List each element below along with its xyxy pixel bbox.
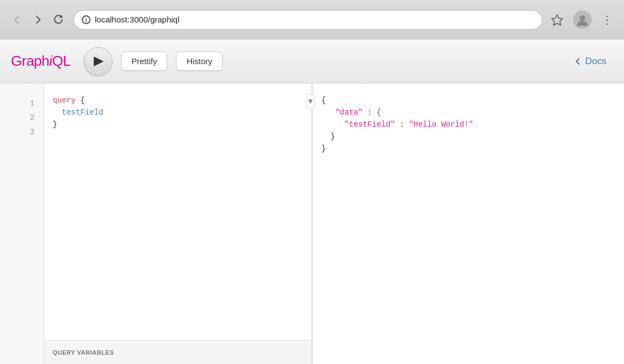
open-brace: { xyxy=(80,96,84,105)
history-button[interactable]: History xyxy=(176,52,223,71)
address-bar[interactable]: i localhost:3000/graphiql xyxy=(73,10,542,30)
docs-label: Docs xyxy=(585,56,606,67)
query-editor[interactable]: query { testField } QUERY VARIABLES xyxy=(44,83,312,364)
result-hello-world-value: "Hello World!" xyxy=(409,120,474,129)
result-line-5: } xyxy=(321,143,615,155)
result-inner-close: } xyxy=(321,132,335,141)
editor-footer: QUERY VARIABLES xyxy=(44,340,311,364)
result-colon-1: : { xyxy=(367,108,381,117)
result-colon-2: : xyxy=(400,120,409,129)
result-data-key: "data" xyxy=(335,108,362,117)
line-numbers: 1 2 3 xyxy=(0,83,43,139)
menu-button[interactable]: ⋮ xyxy=(599,11,615,29)
result-line-1: { xyxy=(321,94,615,106)
menu-dots-icon: ⋮ xyxy=(602,13,613,26)
result-open-brace: { xyxy=(321,96,326,105)
prettify-button[interactable]: Prettify xyxy=(121,52,168,71)
back-button[interactable] xyxy=(9,13,25,27)
graphiql-main: 1 2 3 query { testField } QUERY VAR xyxy=(0,83,624,364)
result-indent-2 xyxy=(321,120,340,129)
close-brace: } xyxy=(53,120,57,129)
line-number-3: 3 xyxy=(0,125,43,139)
browser-actions: ⋮ xyxy=(549,8,615,31)
query-variables-label: QUERY VARIABLES xyxy=(53,349,114,356)
result-outer-close: } xyxy=(321,144,326,153)
nav-buttons xyxy=(9,13,67,27)
execute-query-button[interactable] xyxy=(84,47,112,76)
collapse-arrow-icon[interactable]: ▼ xyxy=(313,94,315,109)
svg-point-1 xyxy=(580,15,585,21)
browser-chrome: i localhost:3000/graphiql ⋮ xyxy=(0,0,624,39)
result-indent-1 xyxy=(321,108,331,117)
field-name: testField xyxy=(53,108,103,117)
svg-marker-0 xyxy=(552,15,563,25)
graphiql-toolbar: GraphiQL Prettify History Docs xyxy=(0,39,624,83)
chevron-left-icon xyxy=(574,58,582,65)
code-line-1: query { xyxy=(53,94,303,106)
line-number-1: 1 xyxy=(0,96,43,111)
info-icon: i xyxy=(82,15,90,24)
editor-code-area[interactable]: query { testField } xyxy=(44,83,311,340)
keyword-query: query xyxy=(53,96,76,105)
logo-italic: i xyxy=(49,53,52,69)
line-number-2: 2 xyxy=(0,111,43,125)
account-button[interactable] xyxy=(571,8,594,31)
result-code-area: ▼ { "data" : { "testField" : "Hello Worl… xyxy=(313,83,624,364)
result-line-2: "data" : { xyxy=(321,106,615,118)
play-icon xyxy=(94,56,104,66)
result-panel: ▼ { "data" : { "testField" : "Hello Worl… xyxy=(313,83,624,364)
docs-button[interactable]: Docs xyxy=(568,52,613,71)
graphiql-logo: GraphiQL xyxy=(11,53,71,70)
result-testfield-key: "testField" xyxy=(344,120,395,129)
result-line-3: "testField" : "Hello World!" xyxy=(321,118,615,130)
code-line-3: } xyxy=(53,118,303,130)
left-section: 1 2 3 query { testField } QUERY VAR xyxy=(0,83,313,364)
reload-button[interactable] xyxy=(50,13,67,27)
forward-button[interactable] xyxy=(30,13,46,27)
bookmark-button[interactable] xyxy=(549,12,565,28)
result-line-4: } xyxy=(321,130,615,143)
avatar xyxy=(573,10,592,29)
code-line-2: testField xyxy=(53,106,303,118)
url-text: localhost:3000/graphiql xyxy=(95,15,534,24)
editor-gutter: 1 2 3 xyxy=(0,83,44,364)
